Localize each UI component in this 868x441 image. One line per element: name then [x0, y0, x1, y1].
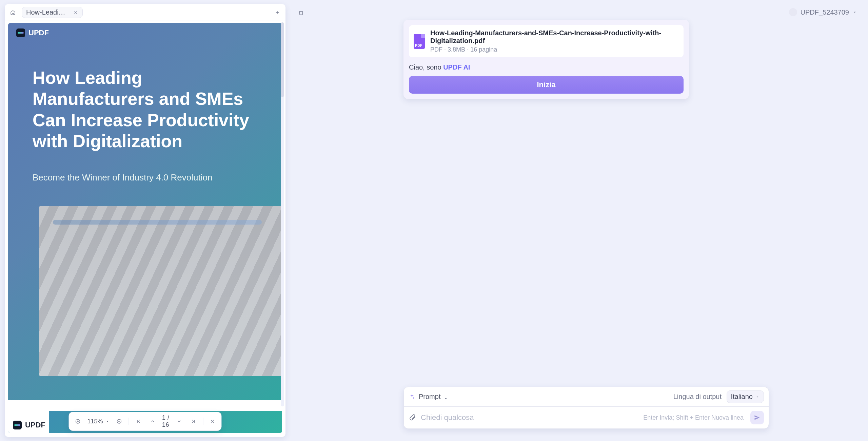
first-page-button[interactable]: [134, 417, 143, 426]
file-name: How-Leading-Manufacturers-and-SMEs-Can-I…: [430, 29, 679, 45]
attach-icon[interactable]: [409, 413, 416, 422]
username: UPDF_5243709: [801, 8, 849, 16]
start-button[interactable]: Inizia: [409, 76, 684, 94]
chat-card: PDF How-Leading-Manufacturers-and-SMEs-C…: [403, 20, 689, 99]
page-total: 16: [162, 421, 169, 428]
new-tab-button[interactable]: [273, 8, 282, 17]
zoom-dropdown-icon[interactable]: [106, 418, 110, 425]
next-page-button[interactable]: [174, 417, 184, 426]
greeting-text: Ciao, sono UPDF AI: [409, 63, 684, 71]
delete-icon[interactable]: [296, 8, 306, 18]
footer-brand: UPDF: [13, 421, 45, 429]
page-indicator: 1 / 16: [162, 414, 170, 428]
brand-mark-icon: [13, 421, 22, 429]
brand-name: UPDF: [28, 28, 49, 37]
tab-document[interactable]: How-Leading-…: [22, 7, 83, 18]
cover-subtitle: Become the Winner of Industry 4.0 Revolu…: [33, 172, 212, 183]
composer-hint: Enter Invia; Shift + Enter Nuova linea: [643, 414, 744, 421]
cover-title: How Leading Manufacturers and SMEs Can I…: [33, 67, 250, 152]
chevron-down-icon: [852, 8, 857, 16]
chevron-down-icon: [444, 395, 449, 399]
pdf-file-icon: PDF: [414, 34, 425, 49]
tab-close-icon[interactable]: [73, 9, 79, 16]
document-cover: UPDF How Leading Manufacturers and SMEs …: [8, 23, 282, 433]
send-button[interactable]: [750, 411, 764, 424]
prev-page-button[interactable]: [148, 417, 157, 426]
zoom-out-button[interactable]: [115, 417, 124, 426]
output-language-select[interactable]: Italiano: [727, 390, 764, 403]
account-chip[interactable]: UPDF_5243709: [789, 8, 857, 16]
file-meta: PDF · 3.8MB · 16 pagina: [430, 46, 679, 53]
brand-mark-icon: [16, 28, 25, 37]
vertical-scrollbar[interactable]: [281, 22, 284, 406]
chat-input[interactable]: [420, 413, 639, 422]
sparkle-icon: [409, 394, 415, 400]
home-icon[interactable]: [8, 8, 18, 17]
prompt-dropdown[interactable]: Prompt: [409, 393, 449, 401]
tabstrip: How-Leading-…: [5, 4, 285, 20]
brand-name: UPDF: [25, 421, 45, 429]
pdf-viewer: How-Leading-… UPDF How Leading Manufact: [5, 4, 285, 437]
close-toolbar-button[interactable]: [208, 417, 217, 426]
viewer-toolbar: 115% 1 / 16: [68, 412, 221, 431]
last-page-button[interactable]: [189, 417, 198, 426]
page-current: 1: [162, 414, 166, 421]
scrollbar-thumb[interactable]: [281, 22, 284, 97]
prompt-label: Prompt: [419, 393, 440, 401]
avatar-icon: [789, 8, 797, 16]
zoom-label: 115%: [87, 418, 103, 425]
document-page[interactable]: UPDF How Leading Manufacturers and SMEs …: [8, 23, 282, 433]
file-chip[interactable]: PDF How-Leading-Manufacturers-and-SMEs-C…: [409, 25, 684, 57]
tab-label: How-Leading-…: [26, 8, 69, 16]
cover-photo: [39, 206, 282, 376]
output-language-label: Lingua di output: [673, 393, 722, 400]
updf-ai-link[interactable]: UPDF AI: [443, 63, 470, 71]
composer: Prompt Lingua di output Italiano: [403, 387, 769, 429]
zoom-in-button[interactable]: [73, 417, 82, 426]
cover-brand: UPDF: [16, 28, 49, 37]
